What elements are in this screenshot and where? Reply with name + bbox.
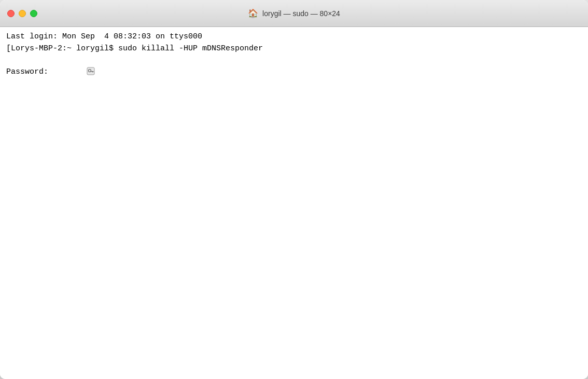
title-bar: 🏠 lorygil — sudo — 80×24 xyxy=(0,0,588,27)
terminal-line-1: Last login: Mon Sep 4 08:32:03 on ttys00… xyxy=(6,31,582,43)
terminal-text-2: [Lorys-MBP-2:~ lorygil$ sudo killall -HU… xyxy=(6,43,263,55)
maximize-button[interactable] xyxy=(30,10,37,17)
key-icon xyxy=(48,55,95,90)
terminal-text-3: Password: xyxy=(6,66,48,78)
close-button[interactable] xyxy=(7,10,15,17)
window-title: lorygil — sudo — 80×24 xyxy=(262,9,340,18)
terminal-line-2: [Lorys-MBP-2:~ lorygil$ sudo killall -HU… xyxy=(6,43,582,55)
title-content: 🏠 lorygil — sudo — 80×24 xyxy=(248,8,340,18)
minimize-button[interactable] xyxy=(19,10,26,17)
terminal-window: 🏠 lorygil — sudo — 80×24 Last login: Mon… xyxy=(0,0,588,379)
terminal-text-1: Last login: Mon Sep 4 08:32:03 on ttys00… xyxy=(6,31,202,43)
home-icon: 🏠 xyxy=(248,8,258,18)
traffic-lights xyxy=(7,10,37,17)
terminal-body[interactable]: Last login: Mon Sep 4 08:32:03 on ttys00… xyxy=(0,27,588,379)
terminal-line-3: Password: xyxy=(6,55,582,90)
